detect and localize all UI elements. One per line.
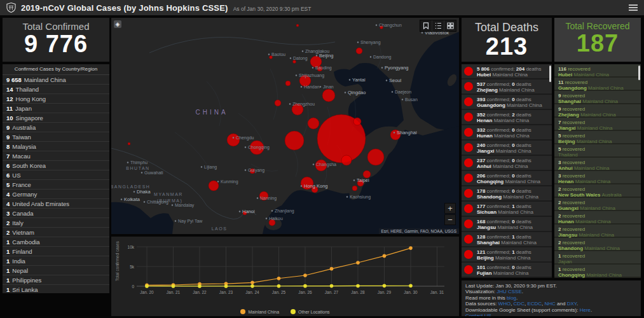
case-bubble[interactable] [322,89,335,102]
confirmed-country-row[interactable]: 8Malaysia [3,142,109,151]
info-link[interactable]: Contact US. [465,313,493,316]
confirmed-country-row[interactable]: 1Sri Lanka [3,285,109,293]
recovered-region-row[interactable]: 5 recoveredThailand [554,144,641,158]
case-bubble[interactable] [353,118,361,125]
confirmed-country-row[interactable]: 12Hong Kong [3,94,109,104]
data-point [303,273,307,277]
confirmed-country-row[interactable]: 6US [3,170,109,180]
info-link[interactable]: ECDC [527,301,542,307]
confirmed-country-row[interactable]: 6South Korea [3,161,109,170]
case-bubble-icon [464,113,473,121]
deaths-region-row[interactable]: 393 confirmed; 0 deathsGuangdong Mainlan… [462,95,552,110]
recovered-scrollbar[interactable] [638,66,640,80]
map-canvas[interactable]: ChangchunShenyangDandongVladivostokPyong… [111,18,459,234]
map-panel[interactable]: ChangchunShenyangDandongVladivostokPyong… [111,18,459,234]
confirmed-country-row[interactable]: 1India [3,256,109,266]
bookmark-icon[interactable] [420,20,432,31]
deaths-scrollbar[interactable] [549,66,551,82]
case-bubble[interactable] [209,181,219,191]
recovered-region-row[interactable]: 2 recoveredNew South Wales Australia [554,184,641,198]
total-recovered-panel: Total Recovered 187 [554,18,641,62]
confirmed-country-row[interactable]: 1Finland [3,247,109,256]
country-name: Mainland China [573,72,609,78]
confirmed-count: 237 [477,158,485,163]
recovered-region-row[interactable]: 3 recoveredAnhui Mainland China [554,158,641,171]
country-count: 4 [6,200,10,207]
deaths-region-row[interactable]: 332 confirmed; 0 deathsHunan Mainland Ch… [462,125,552,141]
info-link[interactable]: CDC [514,301,524,307]
zoom-in-button[interactable]: + [444,203,456,214]
confirmed-country-row[interactable]: 11Japan [3,104,109,113]
recovered-region-row[interactable]: 1 recoveredChongqing Mainland China [554,265,641,278]
case-bubble[interactable] [293,60,296,64]
recovered-region-row[interactable]: 2 recoveredGuangxi Mainland China [554,198,641,211]
confirmed-label: confirmed; [485,219,512,225]
confirmed-country-row[interactable]: 7Macau [3,151,109,161]
case-bubble[interactable] [352,186,357,191]
deaths-region-row[interactable]: 5 806 confirmed; 204 deathsHubei Mainlan… [462,64,552,80]
zoom-out-button[interactable]: − [444,214,456,225]
recovered-region-row[interactable]: 2 recoveredHunan Mainland China [554,211,641,225]
confirmed-country-row[interactable]: 9Australia [3,123,109,132]
case-bubble[interactable] [367,149,384,165]
recovered-region-row[interactable]: 1 recoveredJapan [554,251,641,265]
confirmed-country-row[interactable]: 1Philippines [3,275,109,285]
confirmed-country-row[interactable]: 9Taiwan [3,132,109,142]
info-text: Read more in this [465,295,507,301]
basemap-icon[interactable] [444,20,456,31]
recovered-row-stats: 11 recovered [558,80,639,85]
deaths-region-row[interactable]: 352 confirmed; 2 deathsHenan Mainland Ch… [462,110,552,125]
info-link[interactable]: Here [580,307,591,313]
info-link[interactable]: JHU CSSE [497,289,522,294]
recovered-region-row[interactable]: 3 recoveredHenan Mainland China [554,171,641,184]
confirmed-country-row[interactable]: 2Italy [3,218,109,228]
confirmed-country-row[interactable]: 1Nepal [3,266,109,275]
recovered-region-row[interactable]: 116 recoveredHubei Mainland China [554,64,641,78]
recovered-region-row[interactable]: 5 recoveredBeijing Mainland China [554,131,641,144]
confirmed-country-row[interactable]: 4Germany [3,190,109,199]
confirmed-country-row[interactable]: 4United Arab Emirates [3,199,109,209]
recovered-region-row[interactable]: 2 recoveredJiangsu Mainland China [554,225,641,238]
case-bubble[interactable] [308,118,319,129]
deaths-region-row[interactable]: 128 confirmed; 1 deathsShanghai Mainland… [462,232,552,247]
confirmed-country-row[interactable]: 2Vietnam [3,228,109,237]
confirmed-country-row[interactable]: 10Singapore [3,113,109,123]
confirmed-country-row[interactable]: 14Thailand [3,85,109,94]
confirmed-country-row[interactable]: 3Canada [3,209,109,218]
confirmed-country-row[interactable]: 1Cambodia [3,237,109,247]
confirmed-country-row[interactable]: 9 658Mainland China [3,75,109,85]
confirmed-country-row[interactable]: 5France [3,180,109,190]
recovered-region-row[interactable]: 9 recoveredZhejiang Mainland China [554,104,641,118]
deaths-region-row[interactable]: 537 confirmed; 0 deathsZhejiang Mainland… [462,80,552,95]
recovered-region-row[interactable]: 7 recoveredJiangxi Mainland China [554,118,641,131]
map-home-button[interactable]: ◈ [114,20,121,28]
info-link[interactable]: blog [507,295,516,301]
deaths-region-row[interactable]: 121 confirmed; 1 deathsBeijing Mainland … [462,247,552,263]
deaths-region-row[interactable]: 101 confirmed; 0 deathsFujian Mainland C… [462,263,552,278]
deaths-region-row[interactable]: 177 confirmed; 1 deathsSichuan Mainland … [462,202,552,217]
info-link[interactable]: NHC [545,301,556,307]
deaths-region-row[interactable]: 240 confirmed; 0 deathsJiangxi Mainland … [462,141,552,156]
case-bubble[interactable] [356,48,362,54]
recovered-row-place: Hubei Mainland China [558,72,639,78]
case-bubble[interactable] [296,24,299,27]
info-panel: Last Update: Jan 30, 2020 9:30 pm EST.Vi… [462,280,641,316]
recovered-region-row[interactable]: 9 recoveredShanghai Mainland China [554,91,641,104]
case-bubble[interactable] [128,142,130,145]
menu-button[interactable] [629,3,638,12]
legend-icon[interactable] [432,20,444,31]
header-bar: 2019-nCoV Global Cases (by Johns Hopkins… [0,0,644,15]
recovered-region-row[interactable]: 2 recoveredShandong Mainland China [554,238,641,251]
case-bubble[interactable] [275,100,281,106]
case-bubble[interactable] [285,81,291,86]
deaths-region-row[interactable]: 168 confirmed; 0 deathsJiangsu Mainland … [462,217,552,232]
info-link[interactable]: DXY [567,301,577,307]
deaths-region-row[interactable]: 178 confirmed; 0 deathsShandong Mainland… [462,186,552,202]
deaths-region-row[interactable]: 206 confirmed; 0 deathsChongqing Mainlan… [462,171,552,186]
recovered-region-row[interactable]: 11 recoveredGuangdong Mainland China [554,78,641,91]
case-bubble[interactable] [341,155,352,165]
case-bubble[interactable] [285,131,304,150]
case-bubble-icon [464,82,473,91]
info-link[interactable]: WHO [498,301,511,307]
deaths-region-row[interactable]: 237 confirmed; 0 deathsAnhui Mainland Ch… [462,156,552,171]
